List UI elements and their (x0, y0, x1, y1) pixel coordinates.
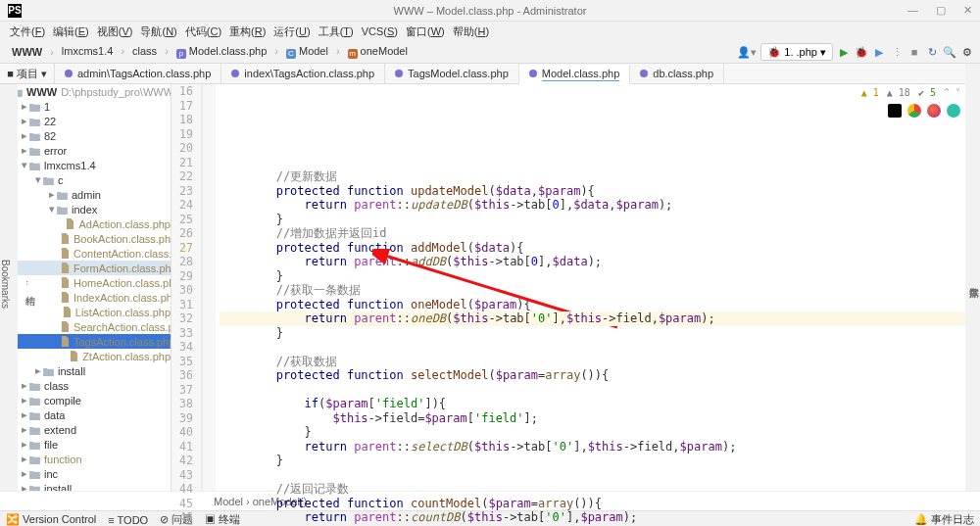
tree-item[interactable]: inc (44, 468, 58, 480)
menu-item[interactable]: VCS(S) (362, 25, 398, 37)
bookmarks-tool-button[interactable]: Bookmarks (0, 260, 11, 309)
tree-expand-icon[interactable]: ▸ (20, 129, 29, 142)
tree-item[interactable]: 82 (44, 130, 56, 142)
user-icon[interactable]: 👤▾ (737, 46, 757, 59)
menu-item[interactable]: 视图(V) (97, 24, 133, 39)
tree-expand-icon[interactable]: ▸ (20, 408, 29, 421)
menu-item[interactable]: 导航(N) (140, 24, 176, 39)
tree-expand-icon[interactable]: ▸ (20, 100, 29, 113)
edge-icon[interactable] (947, 104, 960, 118)
search-everywhere-icon[interactable]: 🔍 (943, 45, 956, 59)
tree-expand-icon[interactable]: ▸ (20, 453, 29, 465)
editor-tab[interactable]: index\TagsAction.class.php (221, 64, 385, 83)
menu-item[interactable]: 工具(T) (318, 24, 354, 39)
maximize-icon[interactable]: ▢ (936, 4, 946, 17)
menu-item[interactable]: 文件(F) (10, 24, 45, 39)
sync-icon[interactable]: ↻ (925, 45, 939, 59)
fold-column[interactable] (202, 84, 216, 491)
tree-expand-icon[interactable]: ▸ (20, 482, 29, 491)
tree-item[interactable]: TagsAction.class.php (74, 336, 171, 348)
folder-icon (29, 484, 40, 491)
tree-expand-icon[interactable]: ▸ (20, 423, 29, 436)
menu-item[interactable]: 窗口(W) (406, 24, 445, 39)
menu-item[interactable]: 重构(R) (229, 24, 266, 39)
tree-item[interactable]: file (44, 439, 58, 451)
tree-item[interactable]: WWW (26, 86, 57, 98)
editor-tab[interactable]: Model.class.php (519, 65, 631, 84)
tree-item[interactable]: admin (72, 189, 101, 201)
todo-tool-button[interactable]: ≡ TODO (108, 514, 148, 526)
menu-item[interactable]: 编辑(E) (53, 24, 89, 39)
breadcrumb-item[interactable]: class (126, 44, 163, 58)
tree-expand-icon[interactable]: ▾ (33, 173, 43, 186)
tree-item[interactable]: BookAction.class.ph (74, 233, 171, 245)
firefox-icon[interactable] (927, 104, 941, 118)
menu-item[interactable]: 运行(U) (273, 24, 310, 39)
right-toolbar[interactable]: 数据库 (965, 64, 980, 491)
tree-expand-icon[interactable]: ▾ (47, 203, 57, 215)
tree-item[interactable]: ZtAction.class.php (82, 351, 171, 362)
tree-expand-icon[interactable]: ▸ (20, 115, 29, 127)
tree-item[interactable]: index (72, 204, 97, 215)
breadcrumb-item[interactable]: pModel.class.php (171, 44, 273, 58)
tab-label: Model.class.php (542, 68, 620, 79)
run-config-selector[interactable]: 🐞 1. .php ▾ (760, 43, 833, 61)
tree-expand-icon[interactable]: ▸ (47, 188, 57, 201)
project-tool-label[interactable]: ■ 项目 ▾ (0, 64, 55, 83)
editor-tab[interactable]: admin\TagsAction.class.php (55, 64, 221, 83)
breadcrumb-item[interactable]: lmxcms1.4 (56, 44, 120, 58)
tree-item[interactable]: install (58, 365, 85, 377)
inspection-summary[interactable]: ▲ 1 ▲ 18 ✔ 5 ^ ˅ (861, 86, 960, 101)
tree-item[interactable]: extend (44, 424, 76, 436)
tree-item[interactable]: FormAction.class.ph (74, 263, 171, 274)
menu-item[interactable]: 代码(C) (185, 24, 221, 39)
breadcrumb-item[interactable]: CModel (280, 44, 334, 58)
close-icon[interactable]: ✕ (963, 4, 972, 17)
editor-tab[interactable]: db.class.php (630, 64, 724, 83)
tree-item[interactable]: class (44, 380, 69, 392)
tree-expand-icon[interactable]: ▾ (20, 159, 29, 171)
code-editor[interactable]: 1617181920212223242526272829303132333435… (172, 84, 980, 491)
editor-tab[interactable]: TagsModel.class.php (385, 64, 519, 83)
tree-item[interactable]: data (44, 409, 65, 421)
tree-expand-icon[interactable]: ▸ (20, 438, 29, 451)
debug-icon[interactable]: 🐞 (855, 45, 868, 59)
tree-item[interactable]: c (58, 174, 64, 186)
structure-tool-button[interactable]: .. 结构 (23, 280, 36, 288)
tree-expand-icon[interactable]: ▸ (20, 144, 29, 157)
browser-preview-icons[interactable] (888, 104, 960, 118)
tree-expand-icon[interactable]: ▸ (33, 364, 43, 377)
left-toolbar[interactable]: .. 结构 Bookmarks (0, 84, 18, 491)
settings-icon[interactable]: ⚙ (960, 45, 974, 59)
breadcrumb-item[interactable]: moneModel (342, 44, 414, 58)
coverage-icon[interactable]: ▶ (872, 45, 886, 59)
tree-item[interactable]: AdAction.class.php (78, 218, 171, 230)
run-icon[interactable]: ▶ (837, 45, 851, 59)
more-run-icon[interactable]: ⋮ (890, 45, 904, 59)
php-file-icon (61, 337, 70, 346)
menu-item[interactable]: 帮助(H) (453, 24, 489, 39)
tree-item[interactable]: lmxcms1.4 (44, 160, 96, 171)
tree-expand-icon[interactable]: ▸ (20, 467, 29, 480)
tree-item[interactable]: 1 (44, 101, 50, 113)
tree-expand-icon[interactable]: ▸ (20, 379, 29, 392)
tree-item[interactable]: SearchAction.class.p (74, 321, 171, 333)
tree-item[interactable]: function (44, 454, 82, 465)
tree-item[interactable]: 22 (44, 116, 56, 127)
tree-expand-icon[interactable]: ▸ (20, 394, 29, 406)
chrome-icon[interactable] (907, 104, 921, 118)
chevron-right-icon: › (336, 45, 340, 57)
tree-item[interactable]: HomeAction.class.pl (74, 277, 171, 289)
tree-item[interactable]: error (44, 145, 67, 157)
minimize-icon[interactable]: — (907, 4, 918, 17)
tree-item[interactable]: compile (44, 395, 81, 406)
tree-item[interactable]: IndexAction.class.ph (74, 292, 171, 304)
code-area[interactable]: ▲ 1 ▲ 18 ✔ 5 ^ ˅ //更新数据 protected functi… (216, 84, 980, 491)
phpstorm-preview-icon[interactable] (888, 104, 902, 118)
vcs-tool-button[interactable]: 🔀 Version Control (6, 513, 96, 526)
breadcrumb-root[interactable]: WWW (6, 45, 48, 59)
tree-item[interactable]: install (44, 483, 72, 492)
tree-item[interactable]: ContentAction.class. (74, 248, 171, 260)
tree-item[interactable]: ListAction.class.php (75, 307, 171, 318)
stop-icon[interactable]: ■ (907, 45, 921, 59)
